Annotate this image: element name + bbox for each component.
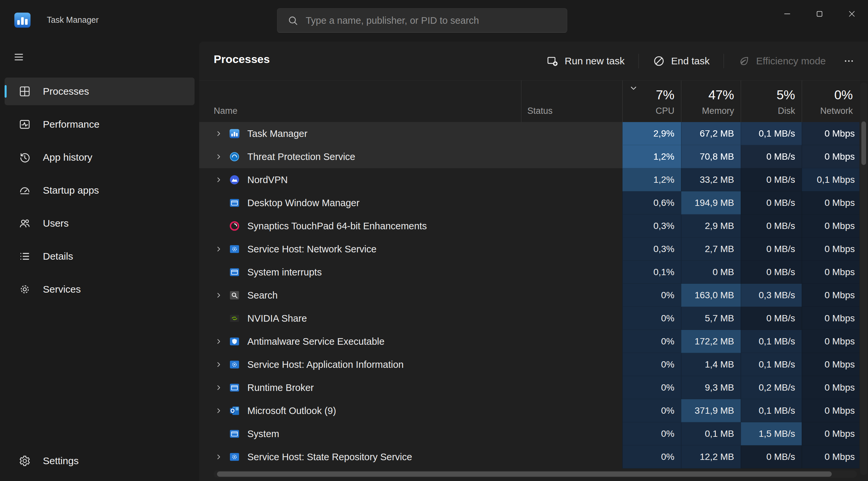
- vertical-scrollbar[interactable]: [860, 83, 867, 475]
- sidebar-item-performance[interactable]: Performance: [5, 111, 194, 138]
- table-row[interactable]: Runtime Broker 0% 9,3 MB 0,2 MB/s 0 Mbps: [199, 376, 860, 399]
- more-options-button[interactable]: [837, 49, 861, 73]
- column-header-cpu[interactable]: 7% CPU: [622, 81, 681, 122]
- process-name-cell: Runtime Broker: [199, 376, 521, 399]
- page-header: Processes Run new task End task Efficien…: [199, 41, 868, 81]
- memory-cell: 12,2 MB: [681, 445, 741, 469]
- process-name-cell: NordVPN: [199, 168, 521, 191]
- chevron-right-icon[interactable]: [214, 405, 229, 416]
- chevron-right-icon[interactable]: [214, 174, 229, 185]
- expand-chevron[interactable]: [214, 267, 229, 278]
- memory-cell: 70,8 MB: [681, 145, 741, 168]
- expand-chevron[interactable]: [214, 220, 229, 232]
- close-button[interactable]: [836, 0, 868, 28]
- chevron-right-icon[interactable]: [214, 359, 229, 370]
- selection-indicator: [5, 85, 7, 98]
- column-header-name[interactable]: Name: [199, 81, 521, 122]
- table-row[interactable]: Task Manager 2,9% 67,2 MB 0,1 MB/s 0 Mbp…: [199, 122, 860, 145]
- expand-chevron[interactable]: [214, 197, 229, 209]
- cpu-cell: 0,1%: [622, 261, 681, 284]
- chevron-right-icon[interactable]: [214, 243, 229, 255]
- minimize-button[interactable]: [771, 0, 803, 28]
- column-header-memory[interactable]: 47% Memory: [681, 81, 741, 122]
- table-row[interactable]: Threat Protection Service 1,2% 70,8 MB 0…: [199, 145, 860, 168]
- chevron-right-icon[interactable]: [214, 451, 229, 462]
- table-row[interactable]: Microsoft Outlook (9) 0% 371,9 MB 0,1 MB…: [199, 399, 860, 422]
- network-cell: 0 Mbps: [802, 445, 860, 469]
- cpu-cell: 1,2%: [622, 168, 681, 191]
- run-new-task-label: Run new task: [565, 55, 625, 67]
- process-name: Desktop Window Manager: [247, 198, 360, 209]
- process-name: Runtime Broker: [247, 382, 314, 393]
- table-row[interactable]: Service Host: Network Service 0,3% 2,7 M…: [199, 238, 860, 261]
- users-icon: [19, 217, 31, 230]
- more-icon: [843, 55, 855, 67]
- table-row[interactable]: Synaptics TouchPad 64-bit Enhancements 0…: [199, 214, 860, 238]
- expand-chevron[interactable]: [214, 428, 229, 440]
- system-icon: [229, 428, 240, 440]
- network-cell: 0 Mbps: [802, 399, 860, 422]
- process-name: Synaptics TouchPad 64-bit Enhancements: [247, 221, 427, 232]
- network-cell: 0 Mbps: [802, 238, 860, 261]
- status-cell: [521, 122, 622, 145]
- outlook-icon: [229, 405, 240, 416]
- sidebar-item-app-history[interactable]: App history: [5, 144, 194, 171]
- vertical-scrollbar-thumb[interactable]: [861, 121, 866, 165]
- horizontal-scrollbar[interactable]: [214, 471, 857, 478]
- sidebar-item-services[interactable]: Services: [5, 275, 194, 303]
- cpu-cell: 0%: [622, 307, 681, 330]
- table-row[interactable]: NordVPN 1,2% 33,2 MB 0 MB/s 0,1 Mbps: [199, 168, 860, 191]
- memory-cell: 33,2 MB: [681, 168, 741, 191]
- table-row[interactable]: Search 0% 163,0 MB 0,3 MB/s 0 Mbps: [199, 284, 860, 307]
- sidebar-item-label: Details: [43, 251, 73, 262]
- service-host-icon: [229, 451, 240, 462]
- expand-chevron[interactable]: [214, 313, 229, 324]
- main-panel: Processes Run new task End task Efficien…: [199, 41, 868, 481]
- cpu-cell: 0,6%: [622, 191, 681, 214]
- search-input[interactable]: [305, 15, 560, 26]
- efficiency-mode-button[interactable]: Efficiency mode: [728, 49, 835, 73]
- memory-column-label: Memory: [702, 106, 734, 116]
- table-row[interactable]: Service Host: Application Information 0%…: [199, 353, 860, 376]
- memory-total-percent: 47%: [708, 88, 734, 102]
- run-new-task-button[interactable]: Run new task: [537, 49, 634, 73]
- sidebar: Processes Performance App history Startu…: [0, 41, 199, 481]
- sidebar-item-processes[interactable]: Processes: [5, 78, 194, 105]
- table-row[interactable]: NVIDIA Share 0% 5,7 MB 0 MB/s 0 Mbps: [199, 307, 860, 330]
- status-cell: [521, 399, 622, 422]
- table-row[interactable]: System 0% 0,1 MB 1,5 MB/s 0 Mbps: [199, 422, 860, 445]
- search-icon: [287, 15, 299, 26]
- sidebar-item-startup-apps[interactable]: Startup apps: [5, 177, 194, 204]
- column-header-disk[interactable]: 5% Disk: [741, 81, 802, 122]
- disk-cell: 0,2 MB/s: [741, 376, 802, 399]
- process-name-cell: Service Host: State Repository Service: [199, 445, 521, 469]
- network-column-label: Network: [820, 106, 853, 116]
- chevron-right-icon[interactable]: [214, 290, 229, 301]
- table-row[interactable]: System interrupts 0,1% 0 MB 0 MB/s 0 Mbp…: [199, 261, 860, 284]
- cpu-cell: 0%: [622, 399, 681, 422]
- search-app-icon: [229, 290, 240, 301]
- table-row[interactable]: Service Host: State Repository Service 0…: [199, 445, 860, 469]
- table-row[interactable]: Desktop Window Manager 0,6% 194,9 MB 0 M…: [199, 191, 860, 214]
- sidebar-item-users[interactable]: Users: [5, 209, 194, 237]
- disk-cell: 0,1 MB/s: [741, 353, 802, 376]
- chevron-right-icon[interactable]: [214, 128, 229, 139]
- column-header-status[interactable]: Status: [521, 81, 622, 122]
- sidebar-item-settings[interactable]: Settings: [5, 447, 194, 475]
- end-task-button[interactable]: End task: [643, 49, 719, 73]
- chevron-right-icon[interactable]: [214, 336, 229, 347]
- memory-cell: 5,7 MB: [681, 307, 741, 330]
- status-cell: [521, 168, 622, 191]
- chevron-right-icon[interactable]: [214, 151, 229, 162]
- sidebar-item-label: Settings: [43, 455, 79, 467]
- table-row[interactable]: Antimalware Service Executable 0% 172,2 …: [199, 330, 860, 353]
- horizontal-scrollbar-thumb[interactable]: [217, 472, 832, 477]
- chevron-right-icon[interactable]: [214, 382, 229, 393]
- column-header-network[interactable]: 0% Network: [802, 81, 860, 122]
- maximize-button[interactable]: [803, 0, 836, 28]
- global-search-box[interactable]: [277, 8, 567, 33]
- sidebar-item-details[interactable]: Details: [5, 242, 194, 270]
- cpu-cell: 2,9%: [622, 122, 681, 145]
- menu-button[interactable]: [8, 48, 29, 67]
- efficiency-mode-icon: [738, 55, 750, 67]
